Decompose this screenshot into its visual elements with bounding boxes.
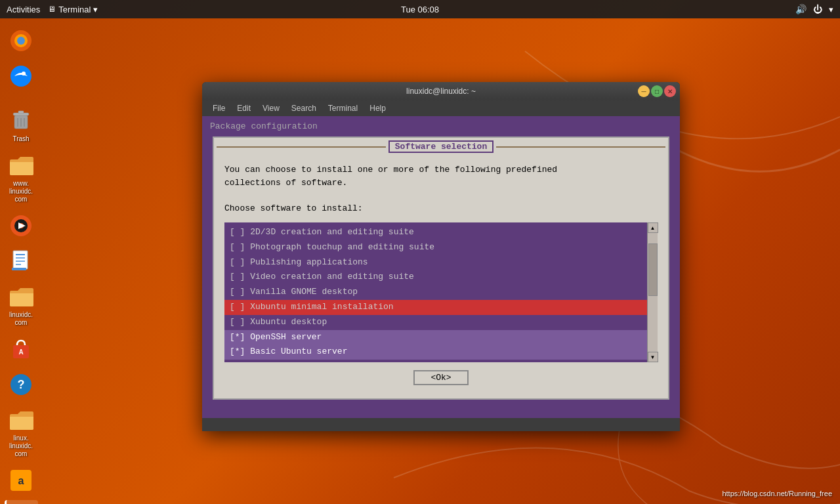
pkg-config-label: Package configuration (210, 121, 672, 131)
svg-rect-6 (18, 111, 24, 114)
rhythmbox-icon (8, 213, 34, 239)
list-item-selected[interactable]: [*] OpenSSH server (224, 330, 647, 345)
amazon-icon: a (8, 467, 34, 494)
svg-point-3 (10, 66, 32, 87)
list-item[interactable]: [ ] 2D/3D creation and editing suite (224, 225, 647, 240)
list-item[interactable]: [ ] Xubuntu desktop (224, 315, 647, 330)
dialog-title-line-left (217, 146, 386, 148)
power-icon[interactable]: ⏻ (813, 4, 822, 14)
thunderbird-icon (8, 63, 34, 89)
trash-icon (8, 108, 34, 134)
dialog-footer: <Ok> (224, 362, 658, 390)
folder-www-label: www. linuxidc. com (9, 180, 33, 203)
software-list-container: [ ] 2D/3D creation and editing suite [ ]… (224, 222, 658, 362)
svg-text:A: A (18, 348, 23, 356)
svg-text:?: ? (18, 378, 25, 391)
taskbar-item-thunderbird[interactable] (5, 60, 37, 92)
svg-rect-20 (12, 268, 26, 270)
folder-linuxidc-label: linuxidc. com (9, 311, 33, 327)
list-item-active[interactable]: [ ] Xubuntu minimal installation (224, 300, 647, 315)
svg-point-2 (17, 37, 25, 45)
clock: Tue 06:08 (401, 5, 439, 14)
dialog-body: You can choose to install one or more of… (214, 156, 668, 398)
minimize-button[interactable]: ─ (638, 85, 650, 97)
taskbar-left: Trash www. linuxidc. com (0, 18, 42, 504)
software-list: [ ] 2D/3D creation and editing suite [ ]… (224, 222, 647, 362)
folder-linux-label: linux. linuxidc. com (9, 434, 33, 458)
trash-label: Trash (12, 135, 29, 143)
taskbar-item-trash[interactable]: Trash (5, 105, 37, 146)
menu-view[interactable]: View (257, 102, 285, 114)
terminal-title: linuxidc@linuxidc: ~ (406, 87, 476, 96)
scrollbar[interactable]: ▲ ▼ (647, 222, 658, 362)
terminal-content: Package configuration Software selection… (202, 116, 680, 418)
dialog-box: Software selection You can choose to ins… (213, 136, 669, 400)
menu-terminal[interactable]: Terminal (323, 102, 363, 114)
menu-file[interactable]: File (207, 102, 230, 114)
list-item[interactable]: [ ] Video creation and editing suite (224, 270, 647, 285)
taskbar-item-help[interactable]: ? (5, 369, 37, 400)
taskbar-item-terminal[interactable]: $_ (5, 500, 38, 504)
menu-edit[interactable]: Edit (232, 102, 256, 114)
list-item-selected[interactable]: [*] Basic Ubuntu server (224, 345, 647, 360)
top-bar-left: Activities 🖥 Terminal ▾ (7, 5, 98, 14)
list-item[interactable]: [ ] Photograph touchup and editing suite (224, 240, 647, 255)
list-item[interactable]: [ ] Publishing applications (224, 255, 647, 270)
svg-rect-15 (13, 251, 28, 269)
taskbar-item-firefox[interactable] (5, 25, 37, 56)
desktop: Trash www. linuxidc. com (0, 18, 840, 504)
menu-help[interactable]: Help (364, 102, 391, 114)
scrollbar-down[interactable]: ▼ (648, 352, 658, 362)
taskbar-item-writer[interactable] (5, 245, 37, 277)
writer-icon (8, 248, 34, 274)
list-item[interactable]: [ ] Vanilla GNOME desktop (224, 285, 647, 300)
terminal-window: linuxidc@linuxidc: ~ ─ □ ✕ File Edit Vie… (202, 82, 680, 431)
activities-button[interactable]: Activities (7, 5, 40, 14)
dialog-title-line-right (496, 146, 665, 148)
close-button[interactable]: ✕ (664, 85, 676, 97)
taskbar-item-folder-linuxidc[interactable]: linuxidc. com (5, 281, 37, 329)
terminal-controls: ─ □ ✕ (638, 85, 676, 97)
help-icon: ? (8, 371, 34, 398)
terminal-titlebar: linuxidc@linuxidc: ~ ─ □ ✕ (202, 82, 680, 100)
folder-www-icon (8, 152, 34, 178)
menu-search[interactable]: Search (286, 102, 322, 114)
folder-linux-icon (8, 407, 34, 433)
url-bar: https://blog.csdn.net/Running_free (722, 490, 832, 497)
terminal-menu[interactable]: 🖥 Terminal ▾ (48, 5, 98, 14)
svg-point-4 (22, 72, 26, 75)
volume-icon[interactable]: 🔊 (795, 4, 807, 14)
folder-linuxidc-icon (8, 284, 34, 310)
top-bar-right: 🔊 ⏻ ▾ (795, 4, 833, 14)
scrollbar-up[interactable]: ▲ (648, 222, 658, 233)
firefox-icon (8, 28, 34, 54)
taskbar-item-software-center[interactable]: A (5, 333, 37, 365)
dialog-description: You can choose to install one or more of… (224, 163, 658, 215)
top-bar: Activities 🖥 Terminal ▾ Tue 06:08 🔊 ⏻ ▾ (0, 0, 840, 18)
taskbar-item-rhythmbox[interactable] (5, 210, 37, 242)
dialog-title: Software selection (388, 140, 494, 153)
terminal-statusbar (202, 418, 680, 431)
power-dropdown[interactable]: ▾ (829, 5, 833, 14)
taskbar-item-folder-linux[interactable]: linux. linuxidc. com (5, 404, 37, 461)
maximize-button[interactable]: □ (651, 85, 663, 97)
scrollbar-thumb[interactable] (648, 243, 658, 296)
terminal-menubar: File Edit View Search Terminal Help (202, 100, 680, 116)
taskbar-item-folder-www[interactable]: www. linuxidc. com (5, 150, 37, 206)
svg-text:a: a (18, 475, 24, 486)
dialog-title-bar: Software selection (214, 138, 668, 156)
software-center-icon: A (8, 336, 34, 362)
taskbar-item-amazon[interactable]: a (5, 465, 37, 496)
ok-button[interactable]: <Ok> (413, 370, 468, 385)
